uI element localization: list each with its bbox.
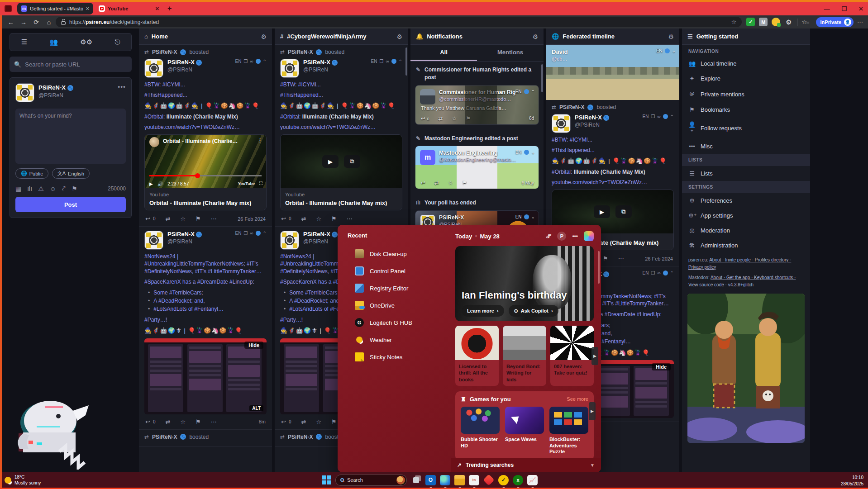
avatar[interactable]	[15, 83, 34, 102]
today-label[interactable]: Today	[455, 233, 472, 240]
nav-app-settings[interactable]: ⚙⁺App settings	[682, 208, 810, 223]
forward-button[interactable]: →	[18, 19, 29, 26]
boost-icon[interactable]: ⇄	[434, 180, 439, 186]
nav-local-timeline[interactable]: 👥Local timeline	[682, 56, 810, 71]
boost-icon[interactable]: ⇄	[165, 215, 170, 222]
tile-books[interactable]: Licensed to thrill: All the books	[455, 326, 499, 386]
post-meta-icons[interactable]: EN❒∞⌃	[371, 59, 402, 64]
youtube-link[interactable]: youtube.com/watch?v=TWOlZeZnWz…	[144, 124, 240, 130]
see-more-link[interactable]: See more	[567, 396, 588, 402]
post-meta-icons[interactable]: EN❒∞⌃	[235, 59, 267, 64]
column-header-cyborg[interactable]: # #CyborgWerewolfNinjaArmy ⚙	[275, 28, 408, 45]
play-button[interactable]: ▶	[594, 205, 610, 218]
recent-registry-editor[interactable]: Registry Editor	[348, 280, 451, 297]
video-progress-bar[interactable]	[149, 175, 262, 176]
play-button[interactable]: ▶	[322, 155, 339, 168]
reply-icon[interactable]: ↩	[421, 180, 425, 186]
boost-icon[interactable]: ⇄	[301, 215, 306, 222]
share-icon[interactable]: ⤤	[62, 185, 66, 192]
notification-item[interactable]: ılıYour poll has ended	[410, 195, 544, 210]
taskbar-weather[interactable]: 18°CMostly sunny	[5, 474, 41, 486]
instance-footer[interactable]: psiren.eu: About · Invite people · Profi…	[682, 253, 810, 271]
edge-icon[interactable]	[440, 475, 450, 485]
pin-icon[interactable]: 🖇	[546, 233, 551, 239]
bookmark-icon[interactable]: ⚑	[331, 418, 337, 425]
nav-lists[interactable]: ☰Lists	[682, 166, 810, 181]
youtube-embed[interactable]: ▶ ⧉ YouTube Orbital - Illuminate (Charli…	[280, 134, 402, 210]
maximize-button[interactable]: ❐	[841, 5, 847, 12]
attach-image-icon[interactable]: ▦	[15, 185, 21, 192]
profile-menu-icon[interactable]: •••	[118, 83, 126, 90]
mastodon-footer[interactable]: Mastodon: About · Get the app · Keyboard…	[682, 271, 810, 288]
scrollbar[interactable]	[541, 64, 543, 92]
extensions-menu-icon[interactable]: ⚙	[784, 18, 793, 26]
hide-media-button[interactable]: Hide	[652, 363, 671, 370]
recent-logitech-ghub[interactable]: GLogitech G HUB	[348, 314, 451, 331]
notification-post-card[interactable]: m Mastodon Engineering @MastodonEngineer…	[415, 146, 539, 189]
youtube-link[interactable]: youtube.com/watch?v=TWOlZeZnWz…	[280, 124, 376, 130]
bookmark-icon[interactable]: ⚑	[462, 180, 467, 186]
address-bar[interactable]: https://psiren.eu/deck/getting-started ☆	[56, 17, 742, 27]
volume-icon[interactable]: 🔊	[157, 181, 163, 186]
avatar[interactable]	[280, 231, 299, 250]
fleming-widget[interactable]: Ian Fleming's birthday Learn more › ⊙ As…	[455, 246, 594, 321]
post-meta-icons[interactable]: EN❒∞⌃	[643, 271, 674, 275]
emoji-icon[interactable]: ☺	[50, 185, 56, 192]
fullscreen-icon[interactable]: ⛶	[259, 181, 262, 186]
game-bubble-shooter[interactable]: Bubble Shooter HD	[461, 407, 500, 455]
boost-banner[interactable]: ⇄PSiReN-X🐾boosted	[552, 104, 674, 110]
reply-icon[interactable]: ↩	[281, 418, 286, 425]
taskbar-clock[interactable]: 10:10 28/05/2025	[841, 475, 863, 487]
bookmark-star-icon[interactable]: ☆	[731, 19, 737, 25]
favourite-icon[interactable]: ☆	[452, 115, 457, 122]
youtube-embed[interactable]: Orbital - Illuminate (Charlie… ⋮ ▶ 🔊 2:2…	[144, 134, 267, 210]
link-card-meta[interactable]: YouTube Orbital - Illuminate (Charlie Ma…	[145, 188, 266, 210]
more-icon[interactable]: ⋯	[618, 255, 624, 262]
tab-getting-started[interactable]: m Getting started - #MastodonSpyB ✕	[17, 3, 93, 14]
video-player[interactable]: Orbital - Illuminate (Charlie… ⋮ ▶ 🔊 2:2…	[145, 135, 266, 188]
minimize-button[interactable]: —	[824, 5, 830, 12]
people-icon[interactable]: 👥	[49, 38, 58, 46]
carousel-next-button[interactable]: ▶	[591, 347, 598, 365]
file-explorer-icon[interactable]	[454, 475, 465, 485]
date-label[interactable]: May 28	[480, 233, 499, 240]
boost-banner[interactable]: ⇄PSiReN-X🐾boosted	[144, 49, 267, 55]
copilot-icon[interactable]	[584, 231, 594, 241]
nav-moderation[interactable]: ⚖Moderation	[682, 223, 810, 238]
taskbar-search[interactable]: Search	[335, 475, 407, 486]
refresh-button[interactable]: ⟳	[30, 19, 42, 26]
game-blockbuster[interactable]: BlockBuster: Adventures Puzzle	[549, 407, 588, 455]
chevron-down-icon[interactable]: ▼	[590, 463, 595, 468]
recent-disk-cleanup[interactable]: Disk Clean-up	[348, 245, 451, 262]
widgets-scrollbar[interactable]	[598, 251, 600, 284]
trending-searches-bar[interactable]: ↗ Trending searches ▼	[451, 458, 601, 472]
game-space-waves[interactable]: Space Waves	[505, 407, 544, 455]
antivirus-icon[interactable]: ✓	[498, 475, 509, 485]
boost-icon[interactable]: ⇄	[165, 418, 170, 425]
collections-icon[interactable]: ☆≡	[801, 19, 808, 25]
diamond-app-icon[interactable]	[483, 474, 494, 485]
favourite-icon[interactable]: ☆	[448, 180, 453, 186]
nav-misc[interactable]: •••Misc	[682, 139, 810, 154]
close-button[interactable]: ✕	[858, 5, 863, 12]
avatar[interactable]	[144, 231, 163, 250]
menu-icon[interactable]: ☰	[21, 38, 27, 46]
recent-sticky-notes[interactable]: Sticky Notes	[348, 348, 451, 366]
column-settings-icon[interactable]: ⚙	[532, 33, 538, 40]
post-date[interactable]: 26 Feb 2024	[238, 216, 266, 222]
federated-photo-post[interactable]: David @db… EN⌄	[546, 45, 679, 100]
column-body[interactable]: NAVIGATION 👥Local timeline ✦Explore ＠Pri…	[682, 45, 810, 472]
favourite-icon[interactable]: ☆	[316, 215, 321, 222]
reply-icon[interactable]: ↩	[145, 215, 150, 222]
outlook-icon[interactable]: O	[425, 475, 436, 485]
poll-icon[interactable]: ılı	[27, 185, 32, 192]
bookmark-icon[interactable]: ⚑	[466, 115, 471, 122]
alt-badge[interactable]: ALT	[249, 405, 263, 411]
tab-workspaces-icon[interactable]	[5, 5, 12, 12]
content-warning-icon[interactable]: ⚠	[38, 185, 44, 192]
task-view-icon[interactable]	[411, 475, 421, 485]
reply-icon[interactable]: ↩ 0	[421, 115, 429, 122]
favourite-icon[interactable]: ☆	[316, 418, 321, 425]
nav-private-mentions[interactable]: ＠Private mentions	[682, 86, 810, 102]
bookmark-icon[interactable]: ⚑	[196, 418, 201, 425]
